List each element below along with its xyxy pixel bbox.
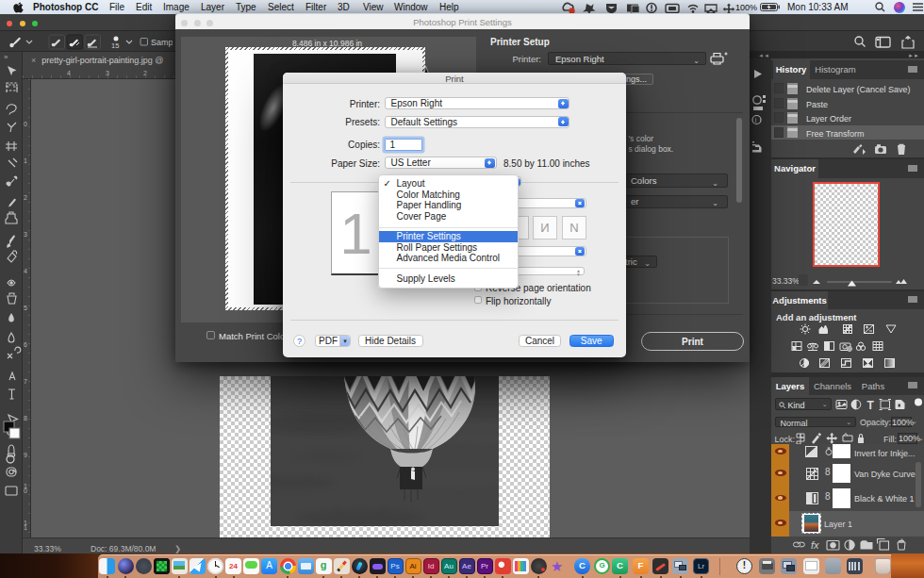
svg-text:15: 15 [111, 41, 119, 50]
svg-text:Sample: Sample [151, 38, 173, 47]
svg-text:i: i [755, 117, 757, 124]
svg-text:T: T [867, 398, 875, 411]
svg-text:fx: fx [811, 539, 819, 551]
